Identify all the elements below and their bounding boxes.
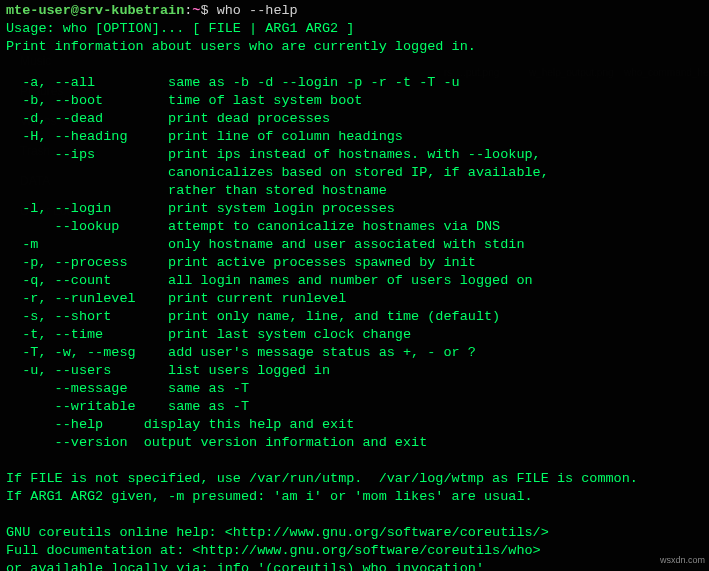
output-option: canonicalizes based on stored IP, if ava… (6, 165, 549, 180)
prompt-symbol: $ (200, 3, 208, 18)
command-input: who --help (217, 3, 298, 18)
output-option: -q, --count all login names and number o… (6, 273, 533, 288)
output-footer: or available locally via: info '(coreuti… (6, 561, 484, 571)
output-option: -d, --dead print dead processes (6, 111, 330, 126)
output-option: --help display this help and exit (6, 417, 354, 432)
output-option: -u, --users list users logged in (6, 363, 330, 378)
output-option: -T, -w, --mesg add user's message status… (6, 345, 476, 360)
output-desc: Print information about users who are cu… (6, 39, 476, 54)
output-option: -t, --time print last system clock chang… (6, 327, 411, 342)
output-option: -b, --boot time of last system boot (6, 93, 362, 108)
output-option: -p, --process print active processes spa… (6, 255, 476, 270)
output-option: -m only hostname and user associated wit… (6, 237, 524, 252)
output-footer: Full documentation at: <http://www.gnu.o… (6, 543, 541, 558)
output-footer: If FILE is not specified, use /var/run/u… (6, 471, 638, 486)
watermark: wsxdn.com (660, 551, 705, 569)
prompt-user: mte-user@srv-kubetrain (6, 3, 184, 18)
output-option: --lookup attempt to canonicalize hostnam… (6, 219, 500, 234)
output-option: --ips print ips instead of hostnames. wi… (6, 147, 541, 162)
output-option: -l, --login print system login processes (6, 201, 395, 216)
output-option: rather than stored hostname (6, 183, 387, 198)
output-option: --writable same as -T (6, 399, 249, 414)
output-option: -r, --runlevel print current runlevel (6, 291, 346, 306)
output-option: --version output version information and… (6, 435, 427, 450)
output-option: -a, --all same as -b -d --login -p -r -t… (6, 75, 460, 90)
output-footer: GNU coreutils online help: <http://www.g… (6, 525, 549, 540)
output-option: --message same as -T (6, 381, 249, 396)
output-option: -s, --short print only name, line, and t… (6, 309, 500, 324)
command-text (209, 3, 217, 18)
terminal-window[interactable]: mte-user@srv-kubetrain:~$ who --help Usa… (0, 0, 709, 571)
output-footer: If ARG1 ARG2 given, -m presumed: 'am i' … (6, 489, 533, 504)
output-option: -H, --heading print line of column headi… (6, 129, 403, 144)
output-usage: Usage: who [OPTION]... [ FILE | ARG1 ARG… (6, 21, 354, 36)
